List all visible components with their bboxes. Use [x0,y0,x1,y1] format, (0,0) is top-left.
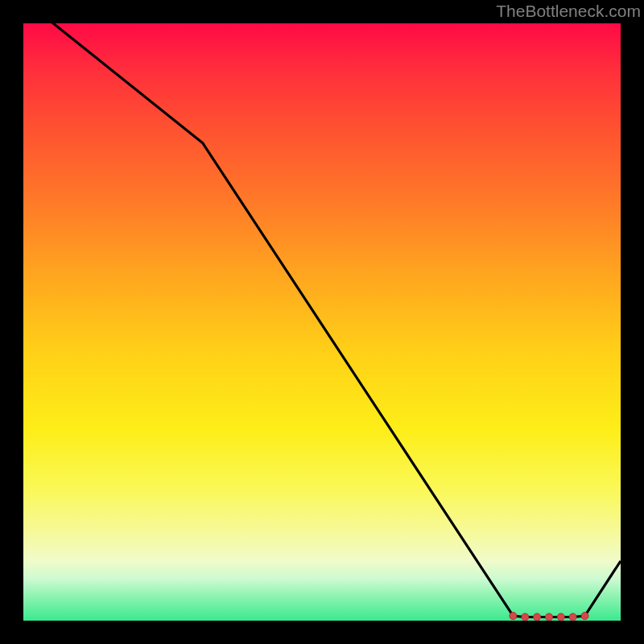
data-marker [581,613,588,620]
data-marker [534,613,541,621]
data-marker [557,613,564,621]
data-marker [569,613,576,621]
data-line-group [23,0,621,617]
data-marker [546,613,553,621]
data-markers [510,613,588,621]
chart-overlay [0,0,644,644]
chart-frame: TheBottleneck.com [0,0,644,644]
data-line [23,0,621,617]
data-marker [522,613,529,621]
data-marker [510,613,517,620]
